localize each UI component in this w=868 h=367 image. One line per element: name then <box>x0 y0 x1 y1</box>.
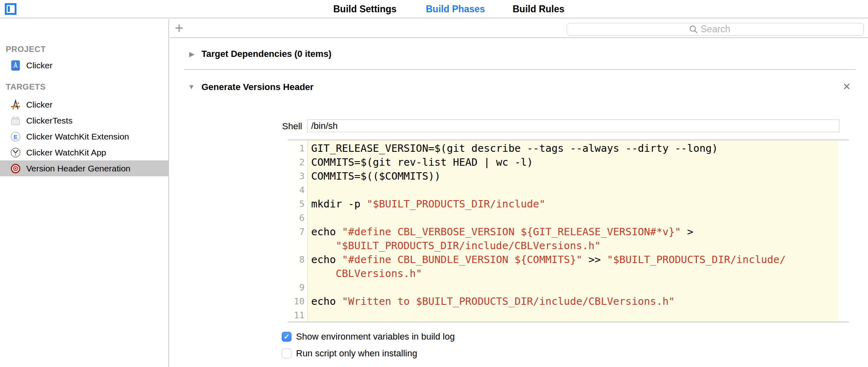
sidebar-item-label: ClickerTests <box>26 116 72 126</box>
script-line: mkdir -p "$BUILT_PRODUCTS_DIR/include" <box>311 197 838 211</box>
line-number: 1 <box>288 142 307 155</box>
targets-list: ClickerClickerTestsEClicker WatchKit Ext… <box>0 97 168 176</box>
checkbox-unchecked[interactable] <box>282 349 292 358</box>
project-targets-sidebar: PROJECT Clicker TARGETS ClickerClickerTe… <box>0 19 169 367</box>
line-number: 3 <box>288 169 307 183</box>
editor-scrollbar-track[interactable] <box>838 140 849 322</box>
line-number: 5 <box>288 197 307 211</box>
line-number: 4 <box>288 183 307 197</box>
line-number <box>288 239 307 253</box>
targets-section-header: TARGETS <box>6 82 46 92</box>
sidebar-item-label: Clicker WatchKit Extension <box>26 132 129 142</box>
script-line <box>311 308 838 322</box>
script-line: COMMITS=$(($COMMITS)) <box>311 169 838 183</box>
remove-phase-close-icon[interactable]: ✕ <box>840 80 853 93</box>
line-number: 7 <box>288 225 307 239</box>
sidebar-item-clickertests[interactable]: ClickerTests <box>0 113 168 128</box>
target-dependencies-title: Target Dependencies (0 items) <box>201 49 331 59</box>
checkmark-icon: ✓ <box>283 333 289 340</box>
line-number <box>288 267 307 281</box>
tab-build-rules[interactable]: Build Rules <box>513 0 565 18</box>
extension-target-icon: E <box>10 131 21 142</box>
line-number: 11 <box>288 308 307 322</box>
tab-build-phases[interactable]: Build Phases <box>426 0 485 18</box>
sidebar-item-clicker[interactable]: Clicker <box>0 97 168 113</box>
line-number: 2 <box>288 155 307 169</box>
sidebar-item-label: Clicker <box>26 100 52 110</box>
add-build-phase-button[interactable]: + <box>175 19 183 37</box>
section-divider <box>184 69 856 70</box>
script-line <box>311 281 838 295</box>
option-row-show-environment-variables-in-: ✓Show environment variables in build log <box>282 331 455 342</box>
script-line: COMMITS=$(git rev-list HEAD | wc -l) <box>311 155 838 169</box>
run-script-phase-title: Generate Versions Header <box>201 82 314 92</box>
aggregate-target-icon <box>10 163 21 174</box>
sidebar-item-clicker-watchkit-app[interactable]: Clicker WatchKit App <box>0 144 168 160</box>
option-label: Show environment variables in build log <box>296 331 455 342</box>
script-line: echo "Written to $BUILT_PRODUCTS_DIR/inc… <box>311 295 838 308</box>
project-section-header: PROJECT <box>6 45 46 54</box>
line-number: 10 <box>288 295 307 308</box>
shell-label: Shell <box>254 120 302 133</box>
tests-target-icon <box>10 115 21 126</box>
line-number: 9 <box>288 281 307 295</box>
script-line: "$BUILT_PRODUCTS_DIR/include/CBLVersions… <box>311 239 838 253</box>
sidebar-item-clicker-watchkit-extension[interactable]: EClicker WatchKit Extension <box>0 128 168 144</box>
script-line: echo "#define CBL_BUNDLE_VERSION ${COMMI… <box>311 253 838 267</box>
script-line <box>311 211 838 225</box>
xcode-build-phases-window: Build SettingsBuild PhasesBuild Rules PR… <box>0 0 868 367</box>
run-script-disclosure-icon[interactable]: ▼ <box>188 83 195 91</box>
search-input[interactable] <box>701 24 741 35</box>
app-target-icon <box>10 99 21 110</box>
script-line: echo "#define CBL_VERBOSE_VERSION ${GIT_… <box>311 225 838 239</box>
search-icon <box>689 25 698 34</box>
top-tab-bar: Build SettingsBuild PhasesBuild Rules <box>0 0 868 18</box>
line-number-gutter: 1234567891011 <box>288 140 308 322</box>
shell-path-input[interactable] <box>307 119 839 132</box>
svg-text:E: E <box>14 133 18 140</box>
search-field[interactable] <box>567 23 864 36</box>
project-list: Clicker <box>0 57 168 73</box>
script-code-area[interactable]: GIT_RELEASE_VERSION=$(git describe --tag… <box>308 140 838 322</box>
line-number: 6 <box>288 211 307 225</box>
sidebar-item-label: Clicker WatchKit App <box>26 148 106 158</box>
tab-build-settings[interactable]: Build Settings <box>333 0 397 18</box>
option-row-run-script-only-when-installin: Run script only when installing <box>282 348 417 359</box>
sidebar-item-label: Clicker <box>26 61 52 70</box>
line-number: 8 <box>288 253 307 267</box>
build-config-tabs: Build SettingsBuild PhasesBuild Rules <box>0 0 868 18</box>
option-label: Run script only when installing <box>296 348 417 359</box>
shell-script-editor[interactable]: 1234567891011 GIT_RELEASE_VERSION=$(git … <box>288 140 849 322</box>
phases-toolbar: + <box>170 19 868 38</box>
target-dependencies-disclosure-icon[interactable]: ▶ <box>189 50 194 59</box>
project-icon <box>10 60 21 71</box>
sidebar-item-clicker[interactable]: Clicker <box>0 57 168 73</box>
sidebar-item-label: Version Header Generation <box>26 164 131 173</box>
script-line: GIT_RELEASE_VERSION=$(git describe --tag… <box>311 142 838 155</box>
watch-app-target-icon <box>10 147 21 158</box>
sidebar-item-version-header-generation[interactable]: Version Header Generation <box>0 160 168 176</box>
script-line <box>311 183 838 197</box>
script-line: CBLVersions.h" <box>311 267 838 281</box>
checkbox-checked[interactable]: ✓ <box>282 332 292 342</box>
